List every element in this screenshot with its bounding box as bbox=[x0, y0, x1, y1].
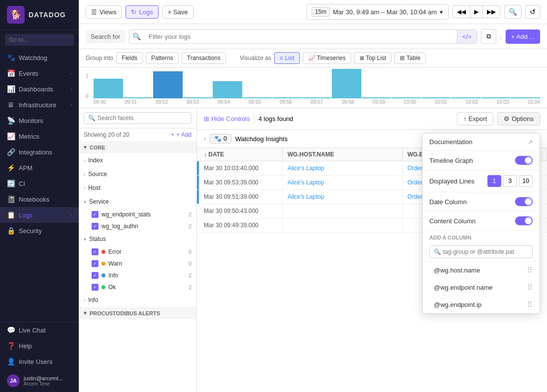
column-item-endpoint-ip[interactable]: @wg.endpoint.ip ⠿ bbox=[422, 296, 540, 313]
td-date-3: Mar 30 09:51:39.000 bbox=[199, 190, 283, 204]
views-button[interactable]: ☰ Views bbox=[86, 5, 122, 19]
sidebar-item-integrations[interactable]: 🔗 Integrations bbox=[0, 144, 79, 160]
displayed-lines-option: Displayed Lines 1 3 10 bbox=[422, 170, 540, 192]
nav-next[interactable]: ▶▶ bbox=[483, 6, 500, 18]
sidebar-item-logs[interactable]: 📋 Logs › bbox=[0, 207, 79, 223]
refresh-button[interactable]: ↺ bbox=[525, 5, 540, 19]
timeseries-icon: 📈 bbox=[308, 55, 316, 61]
drag-handle-1[interactable]: ⠿ bbox=[527, 266, 533, 275]
sidebar-item-infrastructure[interactable]: 🖥 Infrastructure › bbox=[0, 97, 79, 113]
status-ok[interactable]: ✓ Ok 2 bbox=[79, 281, 196, 293]
service-cb-1[interactable]: ✓ bbox=[92, 211, 98, 218]
options-button[interactable]: ⚙ Options bbox=[497, 112, 540, 125]
search-input[interactable] bbox=[144, 30, 457, 43]
logs-button[interactable]: ↻ Logs bbox=[126, 5, 158, 19]
service-sub-log-authn[interactable]: ✓ wg_log_authn 2 bbox=[79, 220, 196, 232]
status-cb-error[interactable]: ✓ bbox=[92, 248, 98, 255]
copy-button[interactable]: ⧉ bbox=[481, 29, 496, 44]
facet-host[interactable]: › Host bbox=[79, 181, 196, 195]
facet-service[interactable]: ▾ Service bbox=[79, 195, 196, 209]
facet-index[interactable]: › Index bbox=[79, 153, 196, 167]
docs-label: Documentation bbox=[429, 138, 472, 146]
info-facet-label: Info bbox=[88, 297, 98, 303]
sidebar-item-security[interactable]: 🔒 Security bbox=[0, 223, 79, 239]
procustodibus-chevron: ▾ bbox=[84, 310, 87, 316]
info-dot bbox=[101, 273, 105, 277]
sidebar-item-metrics[interactable]: 📈 Metrics bbox=[0, 128, 79, 144]
td-host-4 bbox=[283, 204, 403, 218]
facet-status[interactable]: ▾ Status bbox=[79, 232, 196, 246]
td-host-2: Alice's Laptop bbox=[283, 176, 403, 189]
add-facet-label: + Add bbox=[176, 131, 192, 138]
timeline-toggle[interactable] bbox=[515, 156, 533, 165]
column-search-wrap: 🔍 bbox=[429, 245, 533, 258]
sidebar-item-notebooks[interactable]: 📓 Notebooks bbox=[0, 191, 79, 207]
status-cb-info[interactable]: ✓ bbox=[92, 272, 98, 279]
column-item-hostname[interactable]: @wg.host.name ⠿ bbox=[422, 262, 540, 279]
save-button[interactable]: + Save bbox=[162, 5, 193, 19]
dl-3-button[interactable]: 3 bbox=[503, 175, 517, 187]
status-error[interactable]: ✓ Error 0 bbox=[79, 246, 196, 258]
time-range-selector[interactable]: 15m Mar 30, 9:49 am – Mar 30, 10:04 am ▾ bbox=[306, 4, 449, 20]
column-search-input[interactable] bbox=[443, 248, 528, 255]
service-cb-2[interactable]: ✓ bbox=[92, 223, 98, 230]
sidebar-item-dashboards[interactable]: 📊 Dashboards › bbox=[0, 81, 79, 97]
sort-icon: ↓ bbox=[204, 151, 207, 158]
documentation-link[interactable]: Documentation ↗ bbox=[422, 133, 540, 151]
status-warn[interactable]: ✓ Warn 0 bbox=[79, 258, 196, 270]
table-button[interactable]: ⊞ Table bbox=[394, 52, 426, 64]
facets-search-input[interactable] bbox=[97, 115, 187, 121]
sidebar-item-integrations-label: Integrations bbox=[19, 149, 52, 156]
facet-source[interactable]: › Source bbox=[79, 167, 196, 181]
core-section-header[interactable]: ▾ CORE bbox=[79, 141, 196, 153]
td-host-5 bbox=[283, 218, 403, 232]
transactions-button[interactable]: Transactions bbox=[182, 52, 226, 64]
dl-10-button[interactable]: 10 bbox=[519, 175, 533, 187]
x-label-9: 09:59 bbox=[373, 99, 385, 105]
goto-input[interactable] bbox=[5, 34, 74, 46]
chart-area: 1 0 09:50 09:51 bbox=[79, 67, 547, 108]
hide-controls-label: Hide Controls bbox=[211, 115, 250, 122]
content-column-toggle[interactable] bbox=[515, 216, 533, 225]
sidebar-item-monitors[interactable]: 📡 Monitors bbox=[0, 113, 79, 128]
sidebar-item-invite[interactable]: 👤 Invite Users bbox=[0, 354, 79, 369]
fields-button[interactable]: Fields bbox=[116, 52, 143, 64]
sidebar-item-apm[interactable]: ⚡ APM bbox=[0, 160, 79, 176]
status-cb-ok[interactable]: ✓ bbox=[92, 284, 98, 291]
sidebar-item-dashboards-label: Dashboards bbox=[19, 86, 53, 93]
sidebar-item-help[interactable]: ❓ Help bbox=[0, 338, 79, 354]
service-sub-endpoint-stats[interactable]: ✓ wg_endpoint_stats 2 bbox=[79, 209, 196, 220]
hide-controls-icon: ⊞ bbox=[204, 115, 209, 122]
code-button[interactable]: </> bbox=[457, 30, 477, 43]
export-button[interactable]: ↑ Export bbox=[457, 112, 493, 125]
column-item-endpoint-name[interactable]: @wg.endpoint.name ⠿ bbox=[422, 279, 540, 296]
procustodibus-section-header[interactable]: ▾ PROCUSTODIBUS ALERTS bbox=[79, 307, 196, 319]
facet-info[interactable]: › Info bbox=[79, 293, 196, 307]
hide-controls-button[interactable]: ⊞ Hide Controls bbox=[204, 115, 250, 122]
sidebar-item-events[interactable]: 📅 Events › bbox=[0, 65, 79, 81]
sidebar-item-watchdog[interactable]: 🐾 Watchdog bbox=[0, 50, 79, 65]
log-toolbar-left: ⊞ Hide Controls 4 logs found bbox=[204, 115, 293, 123]
td-host-3: Alice's Laptop bbox=[283, 190, 403, 204]
add-facet-button[interactable]: + + Add bbox=[171, 131, 192, 138]
nav-prev[interactable]: ▶ bbox=[470, 6, 483, 18]
date-column-toggle[interactable] bbox=[515, 197, 533, 206]
patterns-button[interactable]: Patterns bbox=[146, 52, 179, 64]
add-button[interactable]: + Add ... bbox=[506, 30, 540, 44]
sidebar-item-ci[interactable]: 🔄 CI bbox=[0, 176, 79, 191]
status-cb-warn[interactable]: ✓ bbox=[92, 260, 98, 267]
user-row[interactable]: JA justin@arcemt... Arcem Tene bbox=[0, 369, 79, 392]
timeseries-button[interactable]: 📈 Timeseries bbox=[303, 52, 351, 64]
drag-handle-3[interactable]: ⠿ bbox=[527, 300, 533, 309]
toplist-button[interactable]: ≣ Top List bbox=[354, 52, 391, 64]
list-button[interactable]: ≡ List bbox=[274, 52, 300, 64]
drag-handle-2[interactable]: ⠿ bbox=[527, 283, 533, 292]
status-info[interactable]: ✓ Info 2 bbox=[79, 270, 196, 281]
nav-prev-prev[interactable]: ◀◀ bbox=[453, 6, 470, 18]
dog-icon: 🐕 bbox=[7, 6, 25, 24]
sidebar-item-livechat[interactable]: 💬 Live Chat bbox=[0, 322, 79, 338]
dl-1-button[interactable]: 1 bbox=[487, 175, 501, 187]
y-label-0: 0 bbox=[86, 93, 89, 99]
log-toolbar-right: ↑ Export ⚙ Options bbox=[457, 112, 540, 125]
zoom-button[interactable]: 🔍 bbox=[504, 5, 521, 19]
